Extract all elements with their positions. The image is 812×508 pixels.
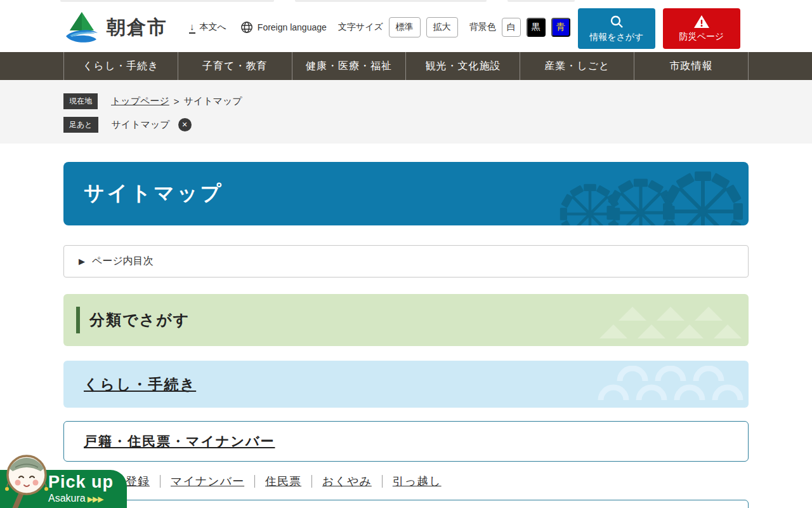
link-separator bbox=[311, 475, 312, 488]
down-arrow-icon: ↓ bbox=[189, 22, 195, 34]
pickup-text: Pick up Asakura▶▶▶ bbox=[48, 473, 114, 504]
nav-item-kosodate[interactable]: 子育て・教育 bbox=[178, 52, 292, 80]
category-link-kurashi[interactable]: くらし・手続き bbox=[84, 375, 196, 394]
main-content: サイトマップ bbox=[63, 162, 749, 508]
subcategory-link-koseki[interactable]: 戸籍・住民票・マイナンバー bbox=[84, 432, 275, 450]
pickup-subtitle: Asakura▶▶▶ bbox=[48, 493, 114, 504]
history-row: 足あと サイトマップ ✕ bbox=[63, 117, 749, 133]
heading-accent-bar bbox=[76, 307, 80, 333]
category-banner-kurashi: くらし・手続き bbox=[63, 361, 749, 408]
topic-link-juminhyo[interactable]: 住民票 bbox=[265, 474, 301, 489]
pickup-arrows-icon: ▶▶▶ bbox=[88, 495, 103, 504]
breadcrumb: 現在地 トップページ > サイトマップ bbox=[63, 93, 749, 109]
page-toc-toggle[interactable]: ▶ ページ内目次 bbox=[63, 245, 749, 277]
site-header: 朝倉市 ↓ 本文へ Foreign language 文字サイズ 標準 拡大 背… bbox=[0, 0, 812, 52]
history-close-button[interactable]: ✕ bbox=[178, 118, 192, 131]
subcategory-box-next bbox=[63, 500, 749, 508]
link-separator bbox=[254, 475, 255, 488]
top-edge-artifact bbox=[295, 0, 487, 2]
top-edge-artifact bbox=[508, 0, 575, 2]
top-edge-artifacts bbox=[0, 0, 812, 3]
breadcrumb-strip: 現在地 トップページ > サイトマップ 足あと サイトマップ ✕ bbox=[0, 80, 812, 144]
topic-link-hikkoshi[interactable]: 引っ越し bbox=[393, 474, 442, 489]
disaster-page-button[interactable]: 防災ページ bbox=[663, 8, 740, 49]
current-location-badge: 現在地 bbox=[63, 93, 98, 109]
global-nav: くらし・手続き 子育て・教育 健康・医療・福祉 観光・文化施設 産業・しごと 市… bbox=[0, 52, 812, 80]
page-title-banner: サイトマップ bbox=[63, 162, 749, 225]
disaster-page-label: 防災ページ bbox=[679, 31, 724, 43]
nav-item-shisei[interactable]: 市政情報 bbox=[634, 52, 749, 80]
breadcrumb-current-page: サイトマップ bbox=[184, 95, 242, 107]
toc-label: ページ内目次 bbox=[92, 255, 154, 268]
skip-to-content-link[interactable]: ↓ 本文へ bbox=[189, 22, 226, 34]
nav-item-sangyo[interactable]: 産業・しごと bbox=[520, 52, 634, 80]
wave-pattern-icon bbox=[598, 366, 743, 403]
topic-links-row: 印鑑登録 マイナンバー 住民票 おくやみ 引っ越し bbox=[63, 474, 749, 489]
background-black-button[interactable]: 黒 bbox=[527, 18, 546, 37]
topic-link-okuyami[interactable]: おくやみ bbox=[322, 474, 372, 489]
background-color-label: 背景色 bbox=[469, 22, 496, 33]
mascot-icon bbox=[3, 452, 51, 508]
breadcrumb-home-link[interactable]: トップページ bbox=[111, 95, 169, 107]
skip-to-content-label: 本文へ bbox=[200, 22, 226, 33]
subcategory-box-koseki: 戸籍・住民票・マイナンバー bbox=[63, 421, 749, 462]
pickup-subtitle-text: Asakura bbox=[48, 493, 86, 504]
waterwheel-art-icon bbox=[546, 162, 749, 225]
warning-icon bbox=[693, 15, 710, 29]
toc-arrow-icon: ▶ bbox=[79, 257, 85, 265]
background-white-button[interactable]: 白 bbox=[502, 18, 521, 37]
section-search-by-category: 分類でさがす bbox=[63, 294, 749, 346]
link-separator bbox=[160, 475, 160, 488]
history-item: サイトマップ bbox=[112, 119, 170, 131]
site-name: 朝倉市 bbox=[107, 15, 167, 41]
site-search-label: 情報をさがす bbox=[589, 32, 643, 43]
close-icon: ✕ bbox=[182, 121, 188, 129]
pickup-title: Pick up bbox=[48, 473, 114, 492]
search-icon bbox=[609, 14, 624, 29]
globe-icon bbox=[240, 21, 253, 34]
page-title: サイトマップ bbox=[63, 180, 224, 208]
nav-item-kanko[interactable]: 観光・文化施設 bbox=[405, 52, 520, 80]
breadcrumb-separator: > bbox=[174, 96, 180, 107]
font-size-large-button[interactable]: 拡大 bbox=[426, 17, 458, 37]
nav-item-kenko[interactable]: 健康・医療・福祉 bbox=[292, 52, 406, 80]
pickup-asakura-banner[interactable]: Pick up Asakura▶▶▶ bbox=[0, 470, 127, 508]
background-blue-button[interactable]: 青 bbox=[551, 18, 570, 37]
topic-link-mynumber[interactable]: マイナンバー bbox=[171, 474, 244, 489]
link-separator bbox=[382, 475, 383, 488]
foreign-language-link[interactable]: Foreign language bbox=[240, 21, 327, 34]
site-search-button[interactable]: 情報をさがす bbox=[578, 8, 655, 49]
font-size-label: 文字サイズ bbox=[338, 22, 383, 33]
section-heading: 分類でさがす bbox=[89, 310, 190, 330]
history-badge: 足あと bbox=[63, 117, 98, 133]
site-logo[interactable]: 朝倉市 bbox=[63, 11, 167, 44]
nav-item-kurashi[interactable]: くらし・手続き bbox=[63, 52, 178, 80]
font-size-standard-button[interactable]: 標準 bbox=[389, 17, 421, 37]
foreign-language-label: Foreign language bbox=[258, 22, 327, 32]
mountain-pattern-icon bbox=[598, 305, 743, 341]
top-edge-artifact bbox=[60, 0, 274, 2]
asakura-logo-icon bbox=[63, 11, 100, 44]
